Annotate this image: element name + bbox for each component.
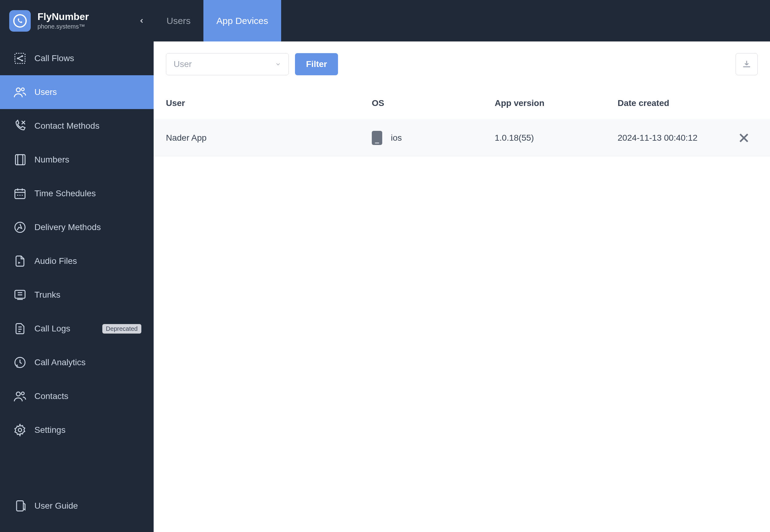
svg-rect-8 <box>18 155 25 165</box>
sidebar-item-users[interactable]: Users <box>0 75 154 109</box>
sidebar-item-label: Call Analytics <box>34 358 86 367</box>
guide-icon <box>12 498 28 514</box>
svg-point-18 <box>18 428 22 432</box>
sidebar-item-settings[interactable]: Settings <box>0 413 154 447</box>
sidebar-item-label: Contact Methods <box>34 121 100 131</box>
svg-point-0 <box>14 15 26 27</box>
sidebar-nav: Call Flows Users Contact Methods Numbers <box>0 41 154 532</box>
col-user: User <box>166 98 372 108</box>
sidebar-header: FlyNumber phone.systems™ <box>0 0 154 41</box>
svg-point-11 <box>19 195 21 196</box>
sidebar-item-delivery-methods[interactable]: Delivery Methods <box>0 210 154 244</box>
cell-user: Nader App <box>166 133 372 143</box>
analytics-icon <box>12 355 28 370</box>
brand-subtitle: phone.systems™ <box>37 23 136 30</box>
brand-logo <box>9 10 31 32</box>
sidebar-item-label: Time Schedules <box>34 189 96 198</box>
sidebar-item-label: Delivery Methods <box>34 222 101 232</box>
sidebar-item-label: Users <box>34 87 57 97</box>
svg-rect-19 <box>17 501 23 511</box>
sidebar-item-label: User Guide <box>34 501 78 511</box>
download-button[interactable] <box>736 53 758 75</box>
delivery-icon <box>12 220 28 235</box>
sidebar-item-trunks[interactable]: Trunks <box>0 278 154 312</box>
brand-title: FlyNumber <box>37 11 136 22</box>
col-os: OS <box>372 98 495 108</box>
close-icon <box>737 131 750 144</box>
deprecated-badge: Deprecated <box>102 324 141 334</box>
svg-point-17 <box>21 392 24 395</box>
svg-point-12 <box>22 195 23 196</box>
sidebar-item-label: Contacts <box>34 391 68 401</box>
sidebar-item-call-logs[interactable]: Call Logs Deprecated <box>0 312 154 346</box>
calendar-icon <box>12 186 28 201</box>
tab-label: Users <box>166 16 190 26</box>
phone-icon <box>372 131 382 145</box>
users-icon <box>12 84 28 100</box>
tab-label: App Devices <box>216 16 268 26</box>
sidebar-item-numbers[interactable]: Numbers <box>0 143 154 177</box>
user-select[interactable]: User <box>166 53 289 75</box>
tab-app-devices[interactable]: App Devices <box>203 0 281 41</box>
sidebar-item-label: Trunks <box>34 290 61 300</box>
sidebar-item-label: Call Logs <box>34 324 70 334</box>
sidebar: FlyNumber phone.systems™ Call Flows User… <box>0 0 154 532</box>
sidebar-item-call-flows[interactable]: Call Flows <box>0 41 154 75</box>
tab-users[interactable]: Users <box>154 0 203 41</box>
contacts-icon <box>12 389 28 404</box>
sidebar-item-user-guide[interactable]: User Guide <box>0 489 154 523</box>
gear-icon <box>12 422 28 438</box>
trunks-icon <box>12 287 28 303</box>
svg-rect-7 <box>15 155 23 165</box>
topbar-tabs: Users App Devices <box>154 0 770 41</box>
sidebar-item-label: Settings <box>34 425 65 435</box>
audio-file-icon <box>12 253 28 269</box>
download-icon <box>741 59 752 69</box>
filter-bar: User Filter <box>154 41 770 87</box>
cell-version: 1.0.18(55) <box>495 133 618 143</box>
sidebar-item-label: Audio Files <box>34 256 77 266</box>
row-delete-button[interactable] <box>730 131 758 144</box>
svg-point-16 <box>16 392 20 396</box>
devices-table: User OS App version Date created Nader A… <box>154 87 770 156</box>
cell-date: 2024-11-13 00:40:12 <box>618 133 730 143</box>
sidebar-item-label: Call Flows <box>34 53 74 63</box>
sidebar-item-audio-files[interactable]: Audio Files <box>0 244 154 278</box>
sidebar-collapse-button[interactable] <box>136 15 147 27</box>
table-row[interactable]: Nader App ios 1.0.18(55) 2024-11-13 00:4… <box>154 119 770 156</box>
svg-rect-1 <box>15 53 25 64</box>
main-content: Users App Devices User Filter User OS Ap… <box>154 0 770 532</box>
filter-button[interactable]: Filter <box>295 53 338 75</box>
os-label: ios <box>391 133 402 143</box>
svg-rect-14 <box>15 290 25 298</box>
table-header: User OS App version Date created <box>154 87 770 119</box>
contact-methods-icon <box>12 118 28 134</box>
document-icon <box>12 321 28 336</box>
cell-os: ios <box>372 131 495 145</box>
numbers-icon <box>12 152 28 167</box>
svg-point-10 <box>17 195 18 196</box>
svg-point-6 <box>21 88 24 91</box>
sidebar-item-label: Numbers <box>34 155 69 165</box>
chevron-down-icon <box>275 61 281 67</box>
sidebar-item-contacts[interactable]: Contacts <box>0 379 154 413</box>
sidebar-item-time-schedules[interactable]: Time Schedules <box>0 177 154 210</box>
brand-text: FlyNumber phone.systems™ <box>37 11 136 30</box>
call-flows-icon <box>12 51 28 66</box>
sidebar-item-contact-methods[interactable]: Contact Methods <box>0 109 154 143</box>
col-version: App version <box>495 98 618 108</box>
col-date: Date created <box>618 98 730 108</box>
svg-point-5 <box>16 88 20 92</box>
sidebar-item-call-analytics[interactable]: Call Analytics <box>0 346 154 379</box>
svg-rect-9 <box>15 190 25 198</box>
select-placeholder: User <box>174 59 192 69</box>
